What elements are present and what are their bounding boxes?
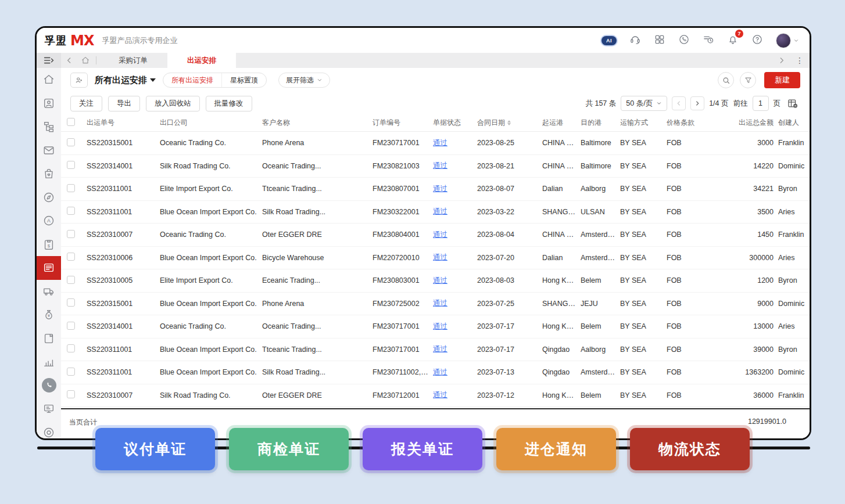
sidebar-item-contacts[interactable]: [37, 92, 61, 116]
status-link[interactable]: 通过: [433, 231, 447, 239]
status-link[interactable]: 通过: [433, 161, 447, 170]
help-icon[interactable]: [751, 34, 763, 48]
col-creator[interactable]: 创建人: [778, 118, 811, 128]
next-page-icon[interactable]: [690, 96, 704, 110]
row-checkbox[interactable]: [67, 184, 75, 192]
negotiation-docs-button[interactable]: 议付单证: [95, 428, 215, 470]
sidebar-item-whatsapp[interactable]: [37, 374, 61, 398]
col-amount[interactable]: 出运总金额: [707, 118, 778, 128]
status-link[interactable]: 通过: [433, 185, 447, 193]
search-icon[interactable]: [718, 72, 734, 88]
row-checkbox[interactable]: [67, 230, 75, 238]
row-checkbox[interactable]: [67, 276, 75, 284]
back-icon[interactable]: [65, 56, 74, 65]
sidebar-item-ledger[interactable]: [37, 327, 61, 351]
row-checkbox[interactable]: [67, 322, 75, 330]
export-button[interactable]: 导出: [108, 96, 140, 111]
funnel-icon[interactable]: [740, 72, 756, 88]
sidebar-item-mail[interactable]: [37, 139, 61, 163]
customs-docs-button[interactable]: 报关单证: [363, 428, 482, 470]
table-row[interactable]: SS220310005 Elite Import Export Co. Ecea…: [61, 269, 810, 293]
segment-all-shipments[interactable]: 所有出运安排: [163, 73, 221, 87]
warehouse-notice-button[interactable]: 进仓通知: [496, 428, 616, 470]
table-row[interactable]: SS220310007 Oceanic Trading Co. Oter EGG…: [61, 224, 810, 247]
col-order-no[interactable]: 订单编号: [373, 118, 433, 128]
sidebar-item-home[interactable]: [37, 68, 61, 92]
tab-shipping-arrangement[interactable]: 出运安排: [167, 53, 236, 68]
table-settings-icon[interactable]: [785, 96, 800, 111]
ai-assistant-icon[interactable]: AI: [601, 36, 617, 45]
table-row[interactable]: SS220311001 Blue Ocean Import Export Co.…: [61, 201, 810, 224]
status-link[interactable]: 通过: [433, 253, 447, 261]
sort-icon[interactable]: [507, 120, 511, 125]
sidebar-item-explore[interactable]: [37, 186, 61, 210]
page-size-select[interactable]: 50 条/页: [621, 96, 667, 111]
table-row[interactable]: SS220310007 Silk Road Trading Co. Oter E…: [61, 384, 810, 408]
sidebar-item-logistics[interactable]: [37, 280, 61, 304]
goto-page-input[interactable]: [753, 96, 769, 111]
more-vertical-icon[interactable]: ⋮: [796, 56, 804, 65]
status-link[interactable]: 通过: [433, 276, 447, 285]
person-filter-icon[interactable]: [70, 73, 88, 88]
row-checkbox[interactable]: [67, 298, 75, 307]
inspection-docs-button[interactable]: 商检单证: [229, 428, 349, 470]
row-checkbox[interactable]: [67, 138, 75, 146]
avatar[interactable]: [776, 33, 791, 48]
home-icon[interactable]: [81, 56, 90, 65]
status-link[interactable]: 通过: [433, 391, 447, 399]
table-row[interactable]: SS220314001 Oceanic Trading Co. Oceanic …: [61, 315, 810, 339]
view-title-dropdown[interactable]: 所有出运安排: [95, 75, 156, 86]
row-checkbox[interactable]: [67, 207, 75, 215]
menu-toggle-icon[interactable]: [37, 53, 61, 68]
forward-icon[interactable]: [777, 56, 786, 65]
col-transport[interactable]: 运输方式: [620, 118, 667, 128]
apps-grid-icon[interactable]: [654, 34, 665, 48]
sidebar-item-workbench[interactable]: [37, 397, 61, 421]
table-row[interactable]: SS220311001 Blue Ocean Import Export Co.…: [61, 361, 810, 384]
recycle-bin-button[interactable]: 放入回收站: [146, 96, 200, 111]
status-link[interactable]: 通过: [433, 345, 447, 353]
sidebar-item-marks[interactable]: A: [37, 209, 61, 233]
whatsapp-icon[interactable]: [678, 34, 690, 48]
tab-purchase-orders[interactable]: 采购订单: [99, 53, 167, 68]
follow-button[interactable]: 关注: [70, 96, 102, 111]
task-list-icon[interactable]: [703, 34, 714, 48]
prev-page-icon[interactable]: [672, 96, 686, 110]
logistics-status-button[interactable]: 物流状态: [630, 428, 750, 470]
col-exporter[interactable]: 出口公司: [160, 118, 262, 128]
row-checkbox[interactable]: [67, 344, 75, 352]
sidebar-item-finance[interactable]: ¥: [37, 303, 61, 327]
row-checkbox[interactable]: [67, 161, 75, 169]
col-price-terms[interactable]: 价格条款: [667, 118, 707, 128]
segment-starred-top[interactable]: 星标置顶: [221, 73, 266, 87]
status-link[interactable]: 通过: [433, 299, 447, 307]
col-pod[interactable]: 目的港: [581, 118, 620, 128]
bell-icon[interactable]: 7: [727, 34, 739, 48]
table-row[interactable]: SS220315001 Oceanic Trading Co. Phone Ar…: [61, 132, 810, 155]
sidebar-item-quotes[interactable]: $: [37, 233, 61, 257]
sidebar-item-reports[interactable]: [37, 350, 61, 374]
table-row[interactable]: SS220311001 Elite Import Export Co. Ttce…: [61, 178, 810, 201]
col-status[interactable]: 单据状态: [433, 118, 477, 128]
row-checkbox[interactable]: [67, 368, 75, 376]
select-all-checkbox[interactable]: [67, 118, 75, 126]
col-ship-no[interactable]: 出运单号: [87, 118, 160, 128]
table-row[interactable]: SS220314001 Silk Road Trading Co. Oceani…: [61, 155, 810, 178]
sidebar-item-orders[interactable]: [37, 162, 61, 186]
new-button[interactable]: 新建: [764, 72, 800, 88]
sidebar-item-org[interactable]: [37, 115, 61, 139]
status-link[interactable]: 通过: [433, 322, 447, 330]
table-row[interactable]: SS220311001 Blue Ocean Import Export Co.…: [61, 339, 810, 362]
col-contract-date[interactable]: 合同日期: [477, 118, 542, 128]
table-row[interactable]: SS220310006 Blue Ocean Import Export Co.…: [61, 247, 810, 270]
batch-edit-button[interactable]: 批量修改: [206, 96, 252, 111]
sidebar-item-shipping[interactable]: [37, 256, 61, 280]
table-row[interactable]: SS220315001 Blue Ocean Import Export Co.…: [61, 293, 810, 316]
row-checkbox[interactable]: [67, 390, 75, 398]
headset-icon[interactable]: [629, 34, 641, 48]
status-link[interactable]: 通过: [433, 368, 447, 376]
expand-filter-button[interactable]: 展开筛选: [278, 73, 330, 88]
status-link[interactable]: 通过: [433, 139, 447, 147]
user-menu[interactable]: [776, 33, 799, 48]
status-link[interactable]: 通过: [433, 207, 447, 215]
